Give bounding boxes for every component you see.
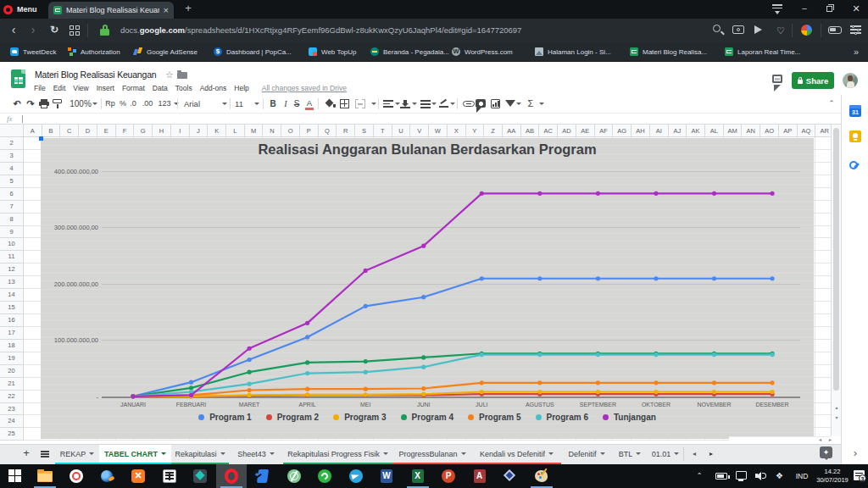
filter-icon[interactable] [505,100,515,107]
forward-icon[interactable]: › [26,23,40,36]
menu-insert[interactable]: Insert [97,84,114,92]
column-header-F[interactable]: F [116,125,135,136]
row-header-6[interactable]: 6 [0,188,23,201]
column-header-AG[interactable]: AG [613,125,632,136]
avatar[interactable] [843,73,858,88]
tab-search-icon[interactable] [772,4,784,14]
grid-corner[interactable] [0,125,24,137]
scroll-left-icon[interactable]: ◂ [816,437,824,443]
taskbar-app-xampp[interactable]: ✕ [123,464,153,488]
row-header-4[interactable]: 4 [0,163,23,175]
taskbar-app-filmora[interactable] [185,464,215,488]
sheet-tab-rekap[interactable]: REKAP [55,445,99,463]
extension-pinwheel-icon[interactable] [801,25,812,36]
menu-file[interactable]: File [34,84,46,92]
taskbar-app-start[interactable] [0,464,31,488]
column-header-Y[interactable]: Y [466,125,485,136]
vertical-scrollbar-thumb[interactable] [833,128,839,391]
fill-color-icon[interactable] [326,99,336,109]
search-icon[interactable] [713,25,721,32]
tray-network-icon[interactable] [736,471,747,480]
column-header-U[interactable]: U [392,125,411,136]
row-header-19[interactable]: 19 [0,352,23,365]
column-header-N[interactable]: N [263,125,281,136]
column-header-A[interactable]: A [24,125,42,136]
tray-clock[interactable]: 14.2230/07/2019 [813,468,852,485]
row-header-2[interactable]: 2 [0,137,23,150]
column-header-AQ[interactable]: AQ [798,125,816,136]
column-header-P[interactable]: P [300,125,319,136]
side-panel-collapse-icon[interactable]: › [849,446,862,460]
share-button[interactable]: Share [792,72,834,89]
row-header-25[interactable]: 25 [0,428,23,441]
bookmark-item[interactable]: WWordPress.com [452,42,513,61]
sheet-tab-sheet43[interactable]: Sheet43 [229,445,283,463]
legend-item[interactable]: Tunjangan [603,413,656,422]
row-header-11[interactable]: 11 [0,251,23,263]
insert-chart-icon[interactable] [491,99,500,108]
column-header-AF[interactable]: AF [595,125,614,136]
column-header-AH[interactable]: AH [632,125,650,136]
bookmark-item[interactable]: Authorization [68,42,120,61]
taskbar-app-virtualbox[interactable] [495,464,526,488]
add-sheet-button[interactable]: + [19,445,34,463]
sheet-tab-rekapitulasi[interactable]: Rekapitulasi [171,445,229,463]
decrease-decimals-button[interactable]: .0 [127,95,139,113]
row-header-17[interactable]: 17 [0,327,23,340]
taskbar-app-book-app[interactable] [154,464,185,488]
menu-help[interactable]: Help [234,84,248,92]
menu-edit[interactable]: Edit [53,84,66,92]
column-header-Z[interactable]: Z [484,125,503,136]
column-header-S[interactable]: S [355,125,374,136]
zoom-select[interactable]: 100% [68,95,93,113]
redo-icon[interactable]: ↷ [24,95,37,113]
legend-item[interactable]: Program 4 [401,413,453,422]
bookmark-item[interactable]: $Dashboard | PopCa... [214,42,292,61]
column-header-O[interactable]: O [281,125,300,136]
column-header-AA[interactable]: AA [503,125,521,136]
column-header-M[interactable]: M [245,125,264,136]
column-header-K[interactable]: K [208,125,226,136]
keep-icon[interactable] [849,130,861,142]
sheet-tab-01-01[interactable]: 01.01 [648,445,683,463]
row-header-8[interactable]: 8 [0,214,23,226]
column-header-T[interactable]: T [374,125,392,136]
bookmarks-overflow-button[interactable]: » [848,42,865,61]
tabs-scroll-left-icon[interactable]: ◂ [688,445,700,463]
sheet-tab-btl[interactable]: BTL [612,445,648,463]
row-header-3[interactable]: 3 [0,150,23,163]
row-header-21[interactable]: 21 [0,378,23,391]
legend-item[interactable]: Program 3 [333,413,386,422]
bookmark-item[interactable]: Beranda - Pegadaia... [370,42,449,61]
bookmark-item[interactable]: TweetDeck [10,42,57,61]
document-title[interactable]: Materi Blog Realisasi Keuangan [35,69,156,80]
legend-item[interactable]: Program 1 [198,413,251,422]
column-header-AO[interactable]: AO [760,125,779,136]
saved-status[interactable]: All changes saved in Drive [262,84,347,92]
text-wrap-icon[interactable] [420,100,431,108]
sheet-tab-defenitif[interactable]: Defenitif [561,445,612,463]
reload-icon[interactable]: ↻ [47,23,61,36]
scroll-right-icon[interactable]: ▸ [826,437,834,443]
taskbar-app-access[interactable]: A [465,464,495,488]
sheet-tab-kendali-vs-defenitif[interactable]: Kendali vs Defenitif [472,445,561,463]
column-header-L[interactable]: L [226,125,245,136]
borders-icon[interactable] [340,99,349,108]
column-header-E[interactable]: E [97,125,116,136]
toolbar-collapse-icon[interactable]: ⌃ [826,95,837,113]
column-header-AK[interactable]: AK [687,125,705,136]
comment-history-icon[interactable] [772,75,782,83]
window-maximize-button[interactable] [818,0,842,19]
taskbar-app-file-explorer[interactable] [30,464,60,488]
row-header-10[interactable]: 10 [0,238,23,251]
explore-button[interactable]: ✦ [820,446,832,458]
taskbar-app-globe-app[interactable] [92,464,122,488]
column-header-W[interactable]: W [429,125,448,136]
row-header-15[interactable]: 15 [0,302,23,314]
tasks-icon[interactable] [849,161,861,173]
column-header-AD[interactable]: AD [558,125,576,136]
legend-item[interactable]: Program 2 [266,413,319,422]
bold-button[interactable]: B [267,95,279,113]
column-header-G[interactable]: G [134,125,153,136]
column-header-AL[interactable]: AL [705,125,724,136]
